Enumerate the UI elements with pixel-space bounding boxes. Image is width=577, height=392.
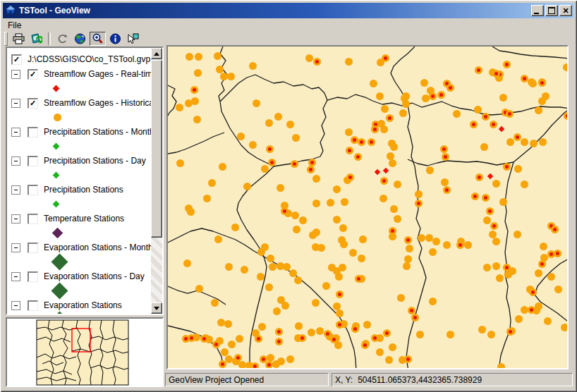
scroll-up-button[interactable] bbox=[151, 48, 162, 59]
realtime-center-dot bbox=[492, 123, 495, 126]
layer-checkbox[interactable] bbox=[28, 214, 38, 224]
gage-historical-dot bbox=[327, 199, 334, 207]
layer-checkbox[interactable]: ✓ bbox=[11, 54, 22, 65]
layer-checkbox[interactable] bbox=[28, 243, 38, 253]
gage-historical-dot bbox=[441, 178, 449, 186]
collapse-icon[interactable] bbox=[11, 70, 20, 79]
refresh-button[interactable] bbox=[54, 32, 71, 46]
realtime-center-dot bbox=[540, 81, 544, 85]
collapse-icon[interactable] bbox=[11, 128, 20, 137]
layer-label[interactable]: Precipitation Stations - Month bbox=[44, 127, 151, 137]
realtime-center-dot bbox=[262, 357, 265, 361]
layer-label[interactable]: Evaporation Stations - Day bbox=[44, 271, 145, 281]
gage-realtime-dot bbox=[336, 290, 344, 298]
gage-historical-dot bbox=[238, 361, 246, 369]
toolbar-grip[interactable] bbox=[4, 32, 8, 46]
gage-historical-dot bbox=[544, 317, 552, 325]
save-button[interactable] bbox=[28, 32, 44, 46]
gage-realtime-dot bbox=[358, 138, 365, 146]
realtime-center-dot bbox=[353, 327, 357, 331]
gage-historical-dot bbox=[499, 198, 507, 206]
layer-checkbox[interactable] bbox=[28, 271, 38, 282]
realtime-center-dot bbox=[540, 262, 544, 266]
gage-historical-dot bbox=[253, 99, 260, 107]
collapse-icon[interactable] bbox=[11, 185, 20, 195]
realtime-center-dot bbox=[310, 161, 314, 164]
save-icon bbox=[30, 33, 42, 44]
layer-row: Evaporation Stations - Day bbox=[7, 269, 151, 283]
layer-checkbox[interactable] bbox=[28, 185, 38, 195]
menu-file[interactable]: File bbox=[3, 19, 26, 32]
layer-checkbox[interactable]: ✓ bbox=[28, 69, 38, 80]
info-mode-button[interactable] bbox=[107, 32, 123, 46]
maximize-button[interactable] bbox=[545, 5, 558, 16]
layer-checkbox[interactable]: ✓ bbox=[28, 98, 38, 109]
realtime-center-dot bbox=[348, 149, 351, 152]
scroll-down-button[interactable] bbox=[151, 302, 162, 314]
layer-label[interactable]: Precipitation Stations - Day bbox=[44, 156, 146, 166]
gage-historical-dot bbox=[333, 302, 341, 310]
gage-historical-dot bbox=[418, 234, 425, 242]
scrollbar-thumb[interactable] bbox=[151, 60, 162, 238]
layer-row: Evaporation Stations - Month bbox=[7, 240, 151, 255]
collapse-icon[interactable] bbox=[11, 214, 20, 223]
gage-historical-dot bbox=[191, 97, 199, 105]
collapse-icon[interactable] bbox=[11, 243, 20, 252]
gage-historical-dot bbox=[340, 240, 348, 248]
toolbar bbox=[3, 32, 574, 46]
gage-historical-dot bbox=[339, 264, 346, 271]
select-mode-button[interactable] bbox=[125, 32, 141, 46]
gage-historical-dot bbox=[194, 69, 202, 77]
gage-historical-dot bbox=[335, 273, 343, 281]
collapse-icon[interactable] bbox=[11, 99, 20, 108]
gage-realtime-dot bbox=[503, 264, 511, 271]
gage-realtime-dot bbox=[234, 354, 242, 362]
layer-label[interactable]: Streamflow Gages - Historical bbox=[44, 98, 151, 108]
project-label[interactable]: J:\CDSS\GIS\CO\co_TSTool.gvp bbox=[28, 54, 150, 64]
realtime-center-dot bbox=[270, 161, 274, 164]
collapse-icon[interactable] bbox=[11, 272, 20, 281]
menu-bar: File bbox=[3, 18, 574, 32]
realtime-center-dot bbox=[445, 188, 449, 192]
gage-realtime-dot bbox=[361, 341, 369, 349]
gage-realtime-dot bbox=[447, 84, 454, 92]
gage-realtime-dot bbox=[188, 334, 195, 342]
tree-scrollbar[interactable] bbox=[151, 48, 162, 314]
layer-label[interactable]: Streamflow Gages - Real-time bbox=[44, 69, 151, 79]
gage-realtime-dot bbox=[386, 114, 394, 122]
gage-realtime-dot bbox=[368, 138, 375, 146]
gage-historical-dot bbox=[561, 324, 568, 331]
realtime-center-dot bbox=[267, 363, 271, 367]
zoom-mode-button[interactable] bbox=[90, 32, 106, 46]
gage-historical-dot bbox=[236, 335, 243, 343]
gage-historical-dot bbox=[402, 100, 410, 108]
layer-checkbox[interactable] bbox=[28, 127, 38, 137]
realtime-center-dot bbox=[277, 330, 281, 333]
map-canvas[interactable] bbox=[168, 47, 567, 368]
realtime-center-dot bbox=[300, 336, 304, 340]
print-button[interactable] bbox=[11, 32, 27, 46]
minimize-button[interactable] bbox=[531, 5, 544, 16]
realtime-center-dot bbox=[370, 140, 373, 144]
gage-historical-dot bbox=[415, 190, 423, 198]
gage-realtime-dot bbox=[538, 260, 546, 268]
gage-historical-dot bbox=[403, 262, 411, 270]
title-bar[interactable]: TSTool - GeoView ✕ bbox=[3, 3, 574, 18]
close-button[interactable]: ✕ bbox=[559, 5, 572, 16]
collapse-icon[interactable] bbox=[11, 301, 20, 310]
zoom-to-extent-button[interactable] bbox=[72, 32, 88, 46]
gage-realtime-dot bbox=[470, 121, 478, 128]
layer-label[interactable]: Precipitation Stations bbox=[44, 185, 123, 195]
gage-realtime-dot bbox=[521, 75, 528, 82]
layer-label[interactable]: Evaporation Stations bbox=[44, 300, 122, 310]
gage-historical-dot bbox=[535, 269, 542, 277]
layer-checkbox[interactable] bbox=[28, 300, 38, 311]
layer-label[interactable]: Temperature Stations bbox=[44, 214, 124, 223]
realtime-center-dot bbox=[360, 140, 363, 144]
gage-historical-dot bbox=[416, 331, 424, 338]
realtime-center-dot bbox=[431, 94, 435, 98]
collapse-icon[interactable] bbox=[11, 157, 20, 166]
gage-historical-dot bbox=[390, 143, 398, 151]
layer-checkbox[interactable] bbox=[28, 156, 38, 166]
layer-label[interactable]: Evaporation Stations - Month bbox=[44, 243, 151, 252]
